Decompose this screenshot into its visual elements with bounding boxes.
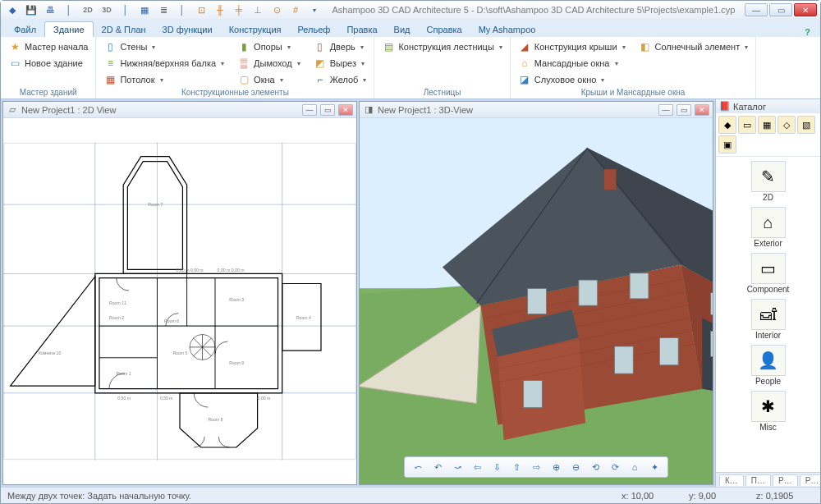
nav3d-btn-3[interactable]: ⇦ [469, 460, 485, 474]
svg-rect-60 [630, 273, 649, 299]
view-2d-title: New Project1 : 2D View [21, 105, 116, 115]
view-3d-min-button[interactable]: — [658, 104, 673, 116]
ribbon-btn-3-0-2[interactable]: ◪Слуховое окно▾ [516, 72, 628, 87]
ribbon-btn-1-0-0[interactable]: ▯Стены▾ [101, 39, 227, 54]
catalog-item-people[interactable]: 👤People [718, 343, 818, 387]
qat-print-icon[interactable]: 🖶 [42, 2, 58, 17]
menu-tab-8[interactable]: Справка [419, 22, 470, 37]
ribbon-btn-1-2-0[interactable]: ▯Дверь▾ [311, 39, 369, 54]
menu-tab-2[interactable]: 2D & План [94, 22, 154, 37]
nav3d-btn-1[interactable]: ↶ [429, 460, 446, 474]
qat-grid-icon[interactable]: ▦ [136, 2, 153, 17]
nav3d-btn-2[interactable]: ⤻ [449, 460, 466, 474]
qat-snap5-icon[interactable]: ⊙ [268, 2, 285, 17]
qat-snap3-icon[interactable]: ╪ [231, 2, 247, 17]
coord-y: y: 9,00 [689, 491, 746, 501]
qat-3d-icon[interactable]: 3D [99, 2, 115, 17]
catalog-item-misc[interactable]: ✱Misc [718, 389, 818, 433]
menu-tab-4[interactable]: Конструкция [221, 22, 290, 37]
nav3d-btn-7[interactable]: ⊕ [548, 460, 564, 474]
view-2d-titlebar[interactable]: ▱ New Project1 : 2D View — ▭ ✕ [3, 102, 356, 118]
task-tab-1[interactable]: П… [745, 474, 771, 486]
menu-tab-7[interactable]: Вид [386, 22, 419, 37]
nav3d-btn-5[interactable]: ⇧ [508, 460, 525, 474]
view-2d-min-button[interactable]: — [302, 104, 317, 116]
qat-dropdown-icon[interactable]: ▾ [306, 2, 323, 17]
qat-snap4-icon[interactable]: ⊥ [250, 2, 266, 17]
ribbon-btn-1-1-0[interactable]: ▮Опоры▾ [235, 39, 303, 54]
view-3d-titlebar[interactable]: ◨ New Project1 : 3D-View — ▭ ✕ [360, 102, 713, 118]
nav3d-btn-0[interactable]: ⤺ [410, 460, 426, 474]
view-2d-canvas[interactable]: Комната 10 Room 11 Room 2 Room 6 Room 1 … [3, 118, 356, 484]
catalog-thumb-icon: ✎ [751, 161, 786, 192]
close-button[interactable]: ✕ [794, 3, 817, 16]
qat-snap2-icon[interactable]: ╫ [212, 2, 228, 17]
catalog-title[interactable]: 📕 Каталог [716, 99, 820, 113]
catalog-item-interior[interactable]: 🛋Interior [718, 297, 818, 341]
nav3d-btn-9[interactable]: ⟲ [587, 460, 603, 474]
view-2d-close-button[interactable]: ✕ [338, 104, 353, 116]
maximize-button[interactable]: ▭ [769, 3, 792, 16]
ribbon-btn-0-0-0[interactable]: ★Мастер начала [6, 39, 90, 54]
menu-tab-6[interactable]: Правка [338, 22, 385, 37]
qat-sep: │ [61, 2, 77, 17]
view-3d-close-button[interactable]: ✕ [695, 104, 709, 116]
svg-rect-59 [579, 280, 598, 305]
svg-text:0,00 m 0,00 m: 0,00 m 0,00 m [177, 268, 204, 273]
task-tab-2[interactable]: Р… [773, 474, 798, 486]
ribbon-group-0: ★Мастер начала▭Новое зданиеМастер зданий [1, 37, 96, 99]
svg-rect-58 [528, 288, 547, 314]
ribbon-btn-0-0-1[interactable]: ▭Новое здание [6, 56, 90, 71]
nav3d-btn-12[interactable]: ✦ [646, 460, 663, 474]
view-2d-max-button[interactable]: ▭ [320, 104, 335, 116]
nav3d-btn-10[interactable]: ⟳ [607, 460, 623, 474]
catalog-item-label: 2D [763, 193, 773, 202]
ribbon-btn-2-0-0[interactable]: ▤Конструкция лестницы▾ [379, 39, 504, 54]
catalog-tab-3[interactable]: ◇ [777, 116, 796, 134]
qat-2d-icon[interactable]: 2D [80, 2, 96, 17]
menu-tab-0[interactable]: Файл [6, 22, 44, 37]
catalog-tab-0[interactable]: ◆ [718, 116, 736, 134]
catalog-item-2d[interactable]: ✎2D [718, 159, 818, 204]
catalog-item-component[interactable]: ▭Component [718, 251, 818, 296]
help-icon[interactable]: ? [800, 27, 815, 37]
nav3d-btn-8[interactable]: ⊖ [567, 460, 584, 474]
menu-tab-1[interactable]: Здание [44, 21, 94, 37]
ribbon-btn-1-2-2[interactable]: ⌐Желоб▾ [311, 72, 369, 87]
menu-tab-3[interactable]: 3D функции [154, 22, 221, 37]
catalog-tab-4[interactable]: ▧ [797, 116, 815, 134]
catalog-tab-1[interactable]: ▭ [738, 116, 756, 134]
catalog-item-label: Interior [755, 331, 781, 340]
ribbon-btn-1-1-1[interactable]: ▒Дымоход▾ [235, 56, 303, 71]
menu-tab-9[interactable]: My Ashampoo [470, 22, 544, 37]
catalog-item-exterior[interactable]: ⌂Exterior [718, 205, 818, 250]
ribbon-btn-3-1-0[interactable]: ◧Солнечный элемент▾ [636, 39, 751, 54]
svg-text:0,50 m: 0,50 m [117, 396, 131, 401]
catalog-tab-5[interactable]: ▣ [718, 135, 736, 153]
menu-tab-5[interactable]: Рельеф [290, 22, 339, 37]
qat-snap6-icon[interactable]: # [287, 2, 304, 17]
ribbon-btn-1-2-1[interactable]: ◩Вырез▾ [311, 56, 369, 71]
qat-save-icon[interactable]: 💾 [23, 2, 39, 17]
nav3d-btn-4[interactable]: ⇩ [488, 460, 505, 474]
ribbon-btn-1-0-2[interactable]: ▦Потолок▾ [101, 72, 227, 87]
qat-snap1-icon[interactable]: ⊡ [193, 2, 209, 17]
ribbon-btn-3-0-0[interactable]: ◢Конструкция крыши▾ [516, 39, 628, 54]
app-logo-icon: ◆ [4, 2, 21, 17]
catalog-tab-2[interactable]: ▦ [758, 116, 776, 134]
task-tab-3[interactable]: Р… [800, 474, 820, 486]
view-3d-canvas[interactable]: ⤺↶⤻⇦⇩⇧⇨⊕⊖⟲⟳⌂✦ [360, 118, 713, 484]
task-tab-0[interactable]: К… [719, 474, 744, 486]
catalog-thumb-icon: 🛋 [751, 299, 786, 330]
view-3d-max-button[interactable]: ▭ [677, 104, 691, 116]
ribbon-btn-1-0-1[interactable]: ≡Нижняя/верхняя балка▾ [101, 56, 227, 71]
nav3d-btn-11[interactable]: ⌂ [626, 460, 643, 474]
ribbon-btn-1-1-2[interactable]: ▢Окна▾ [235, 72, 303, 87]
minimize-button[interactable]: — [745, 3, 768, 16]
svg-text:Room 8: Room 8 [208, 417, 222, 422]
qat-layers-icon[interactable]: ≣ [155, 2, 172, 17]
app-window: ◆ 💾 🖶 │ 2D 3D │ ▦ ≣ │ ⊡ ╫ ╪ ⊥ ⊙ # ▾ Asha… [0, 0, 821, 504]
nav3d-btn-6[interactable]: ⇨ [528, 460, 544, 474]
svg-text:Room 7: Room 7 [148, 202, 163, 207]
ribbon-btn-3-0-1[interactable]: ⌂Мансардные окна▾ [516, 56, 628, 71]
